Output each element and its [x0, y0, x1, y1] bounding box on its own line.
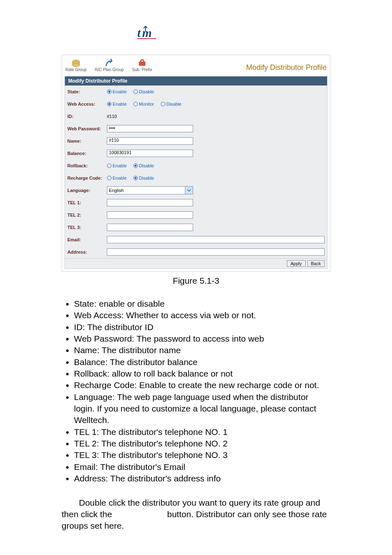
- balance-input[interactable]: 100830191: [107, 150, 193, 157]
- svg-point-11: [108, 103, 111, 105]
- tel1-input[interactable]: [107, 199, 193, 206]
- radio-webaccess-monitor[interactable]: Monitor: [133, 102, 154, 106]
- list-item: Web Access: Whether to access via web or…: [74, 310, 330, 321]
- chevron-down-icon: [185, 187, 193, 194]
- radio-checked-icon: [107, 102, 112, 106]
- radio-unchecked-icon: [133, 89, 138, 94]
- svg-point-12: [134, 102, 138, 106]
- list-item: Web Password: The password to access int…: [74, 333, 330, 345]
- list-item: Language: The web page language used whe…: [74, 391, 330, 426]
- screenshot-panel: Rate Group R/C Plan Group Sub. Prefix Mo…: [62, 55, 330, 272]
- svg-point-17: [107, 176, 111, 180]
- language-value: English: [109, 188, 124, 193]
- sub-prefix-tool[interactable]: Sub. Prefix: [132, 58, 152, 72]
- label-language: Language:: [67, 188, 107, 193]
- toolbar: Rate Group R/C Plan Group Sub. Prefix: [65, 58, 152, 72]
- radio-rollback-enable[interactable]: Enable: [107, 163, 127, 168]
- label-tel1: TEL 1:: [67, 200, 107, 205]
- svg-point-8: [108, 91, 111, 93]
- form-panel: Modify Distributor Profile State: Enable…: [65, 76, 327, 269]
- back-button[interactable]: Back: [307, 260, 325, 267]
- svg-point-16: [135, 165, 137, 167]
- radio-unchecked-icon: [107, 176, 112, 180]
- tel3-input[interactable]: [107, 224, 193, 231]
- svg-point-14: [107, 164, 111, 168]
- radio-state-disable[interactable]: Disable: [133, 89, 154, 94]
- body-paragraph: Double click the distributor you want to…: [62, 497, 330, 532]
- label-state: State:: [67, 89, 107, 94]
- radio-checked-icon: [133, 163, 138, 168]
- list-item: Balance: The distributor balance: [74, 356, 330, 368]
- list-item: State: enable or disable: [74, 298, 330, 310]
- label-web-password: Web Password:: [67, 126, 107, 131]
- radio-webaccess-disable[interactable]: Disable: [161, 102, 182, 106]
- list-item: TEL 3: The distributor's telephone NO. 3: [74, 449, 330, 461]
- radio-unchecked-icon: [107, 163, 112, 168]
- radio-recharge-enable[interactable]: Enable: [107, 176, 127, 180]
- page-title: Modify Distributor Profile: [246, 63, 327, 72]
- radio-unchecked-icon: [161, 102, 166, 106]
- list-item: Email: The distributor's Email: [74, 461, 330, 473]
- id-value: #110: [107, 114, 117, 119]
- form-header: Modify Distributor Profile: [65, 76, 327, 86]
- address-input[interactable]: [107, 248, 325, 256]
- label-address: Address:: [67, 250, 107, 254]
- svg-point-9: [134, 90, 138, 94]
- name-input[interactable]: #110: [107, 137, 193, 145]
- list-item: TEL 1: The distributor's telephone NO. 1: [74, 426, 330, 438]
- svg-point-5: [72, 63, 80, 67]
- brand-logo: t m: [136, 25, 330, 42]
- figure-caption: Figure 5.1-3: [62, 276, 330, 286]
- description-list: State: enable or disable Web Access: Whe…: [66, 298, 330, 485]
- rate-group-tool[interactable]: Rate Group: [65, 58, 87, 72]
- radio-checked-icon: [107, 89, 112, 94]
- label-balance: Balance:: [67, 151, 107, 156]
- radio-recharge-disable[interactable]: Disable: [133, 176, 154, 180]
- radio-rollback-disable[interactable]: Disable: [133, 163, 154, 168]
- label-tel2: TEL 2:: [67, 213, 107, 217]
- list-item: Rollback: allow to roll back balance or …: [74, 368, 330, 379]
- rc-plan-group-tool[interactable]: R/C Plan Group: [95, 58, 124, 72]
- tool-label: Sub. Prefix: [132, 67, 152, 72]
- list-item: ID: The distributor ID: [74, 321, 330, 333]
- label-email: Email:: [67, 237, 107, 242]
- tool-label: Rate Group: [65, 67, 87, 72]
- label-recharge-code: Recharge Code:: [67, 176, 107, 180]
- label-tel3: TEL 3:: [67, 225, 107, 230]
- label-web-access: Web Access:: [67, 102, 107, 106]
- svg-text:t: t: [137, 26, 141, 39]
- list-item: Recharge Code: Enable to create the new …: [74, 379, 330, 391]
- label-name: Name:: [67, 139, 107, 143]
- svg-point-13: [161, 102, 165, 106]
- svg-point-19: [135, 177, 137, 179]
- svg-rect-6: [139, 62, 145, 66]
- radio-state-enable[interactable]: Enable: [107, 89, 127, 94]
- radio-checked-icon: [133, 176, 138, 180]
- label-id: ID:: [67, 114, 107, 119]
- tel2-input[interactable]: [107, 211, 193, 219]
- radio-webaccess-enable[interactable]: Enable: [107, 102, 127, 106]
- list-item: TEL 2: The distributor's telephone NO. 2: [74, 438, 330, 449]
- list-item: Name: The distributor name: [74, 345, 330, 356]
- language-select[interactable]: English: [107, 186, 193, 194]
- list-item: Address: The distributor's address info: [74, 473, 330, 484]
- apply-button[interactable]: Apply: [287, 260, 306, 267]
- label-rollback: Rollback:: [67, 163, 107, 168]
- web-password-input[interactable]: ••••: [107, 125, 193, 132]
- radio-unchecked-icon: [133, 102, 138, 106]
- email-input[interactable]: [107, 236, 325, 243]
- tool-label: R/C Plan Group: [95, 67, 124, 72]
